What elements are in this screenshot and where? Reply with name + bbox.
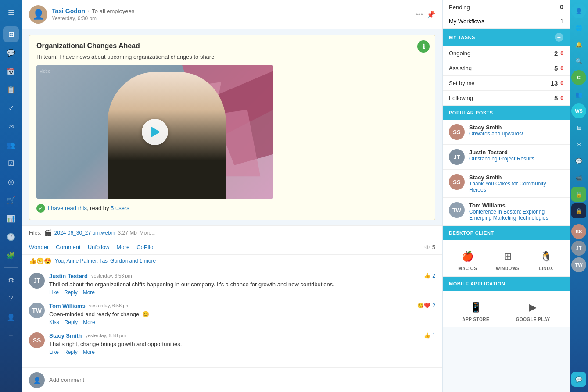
play-button[interactable] <box>142 119 168 145</box>
reaction-emoji-icon: 😘❤️ <box>417 303 430 309</box>
tasks-nav-icon[interactable]: ✓ <box>3 100 19 116</box>
comment-content: Stacy Smith yesterday, 6:58 pm 👍 1 That'… <box>49 332 435 355</box>
read-this-link[interactable]: I have read this <box>48 205 87 211</box>
like-action[interactable]: Like <box>49 289 59 296</box>
contacts-nav-icon[interactable]: 👥 <box>3 137 19 153</box>
more-action[interactable]: More <box>83 289 95 296</box>
pp-content: Tom Williams Conference in Boston: Explo… <box>469 202 563 221</box>
reply-action[interactable]: Reply <box>65 319 78 325</box>
comment-text: That's right, change brings growth and o… <box>49 341 435 347</box>
file-link[interactable]: 2024 06_30_27 pm.webm <box>54 230 115 236</box>
copilot-button[interactable]: CoPilot <box>136 244 155 250</box>
like-action[interactable]: Like <box>49 349 59 355</box>
task-assisting-row[interactable]: Assisting 5 0 <box>443 61 570 76</box>
add-nav-icon[interactable]: + <box>3 328 19 343</box>
checklist-nav-icon[interactable]: ☑ <box>3 155 19 171</box>
dark-lock-icon[interactable]: 🔒 <box>571 203 586 218</box>
setbyme-count: 13 <box>551 79 558 87</box>
task-ongoing-row[interactable]: Ongoing 2 0 <box>443 46 570 61</box>
green-lock-icon[interactable]: 🔒 <box>571 187 586 202</box>
task-following-row[interactable]: Following 5 0 <box>443 91 570 106</box>
reaction-emojis[interactable]: 👍😁😍 <box>29 257 51 264</box>
pp-title[interactable]: Conference in Boston: Exploring Emerging… <box>469 209 563 221</box>
hamburger-menu-icon[interactable]: ☰ <box>3 4 19 20</box>
help-nav-icon[interactable]: ? <box>3 291 19 306</box>
comment-item: SS Stacy Smith yesterday, 6:58 pm 👍 1 Th… <box>29 332 435 355</box>
more-action[interactable]: More <box>83 349 95 355</box>
pp-title[interactable]: Onwards and upwards! <box>469 131 563 137</box>
file-size: 3.27 Mb <box>118 230 136 236</box>
mail-nav-icon[interactable]: ✉ <box>3 118 19 134</box>
mac-os-button[interactable]: 🍎 MAC OS <box>458 249 477 271</box>
unfollow-button[interactable]: Unfollow <box>88 244 110 250</box>
more-button[interactable]: More <box>117 244 130 250</box>
popular-post-item[interactable]: SS Stacy Smith Thank You Cakes for Commu… <box>443 170 570 198</box>
far-right-bar: 👤 🌐 🔔 🔍 C 👥 WS 🖥 ✉ 💬 📹 🔒 🔒 SS JT TW 💬 <box>570 0 588 392</box>
more-action[interactable]: More <box>83 319 95 325</box>
my-tasks-header: MY TASKS + <box>443 29 570 46</box>
pp-content: Justin Testard Outstanding Project Resul… <box>469 149 563 162</box>
files-more-link[interactable]: More... <box>140 230 156 236</box>
reply-action[interactable]: Reply <box>64 289 78 296</box>
avatar2-icon[interactable]: JT <box>571 241 586 256</box>
task-setbyme-row[interactable]: Set by me 13 0 <box>443 76 570 91</box>
windows-label: WINDOWS <box>496 266 520 271</box>
more-options-icon[interactable]: ••• <box>416 11 423 19</box>
commenter-avatar: SS <box>29 332 45 348</box>
video-player[interactable]: video <box>36 65 273 199</box>
comment-button[interactable]: Comment <box>56 244 80 250</box>
author-avatar[interactable]: 👤 <box>29 5 47 24</box>
c-user-avatar[interactable]: C <box>571 70 586 85</box>
windows-button[interactable]: ⊞ WINDOWS <box>496 249 520 271</box>
info-icon[interactable]: ℹ <box>417 40 430 53</box>
kiss-action[interactable]: Kiss <box>49 319 59 325</box>
analytics-nav-icon[interactable]: 📊 <box>3 210 19 226</box>
target-nav-icon[interactable]: ◎ <box>3 174 19 189</box>
right-sidebar: Pending 0 My Workflows 1 MY TASKS + Ongo… <box>442 0 570 392</box>
puzzle-nav-icon[interactable]: 🧩 <box>3 247 19 263</box>
calendar-nav-icon[interactable]: 📅 <box>3 63 19 79</box>
comment-author[interactable]: Stacy Smith <box>49 332 82 339</box>
chat-nav-right-icon[interactable]: 💬 <box>571 153 586 168</box>
app-store-button[interactable]: 📱 APP STORE <box>462 299 489 322</box>
video-nav-icon[interactable]: 📹 <box>571 170 586 185</box>
author-name[interactable]: Tasi Godon <box>52 7 85 14</box>
admin-nav-icon[interactable]: 👤 <box>3 309 19 325</box>
time-nav-icon[interactable]: 🕐 <box>3 229 19 245</box>
comment-text: Thrilled about the organizational shifts… <box>49 281 435 288</box>
avatar1-icon[interactable]: SS <box>571 224 586 239</box>
google-play-icon: ▶ <box>525 299 541 315</box>
bookmark-icon[interactable]: 📌 <box>427 11 435 19</box>
popular-post-item[interactable]: JT Justin Testard Outstanding Project Re… <box>443 145 570 170</box>
popular-post-item[interactable]: TW Tom Williams Conference in Boston: Ex… <box>443 198 570 226</box>
comment-author[interactable]: Tom Williams <box>49 303 86 309</box>
wonder-button[interactable]: Wonder <box>29 244 49 250</box>
document-nav-icon[interactable]: 📋 <box>3 82 19 97</box>
desktop-client-icon[interactable]: 🖥 <box>571 120 586 135</box>
globe-nav-icon[interactable]: 🌐 <box>571 20 586 35</box>
settings-nav-icon[interactable]: ⚙ <box>3 272 19 288</box>
read-by-link[interactable]: 5 users <box>111 205 129 211</box>
pp-title[interactable]: Thank You Cakes for Community Heroes <box>469 181 563 193</box>
reply-action[interactable]: Reply <box>64 349 78 355</box>
add-comment-input[interactable] <box>49 377 435 383</box>
linux-button[interactable]: 🐧 LINUX <box>538 249 554 271</box>
search-nav-icon[interactable]: 🔍 <box>571 53 586 68</box>
workflow-row[interactable]: My Workflows 1 <box>443 14 570 29</box>
popular-post-item[interactable]: SS Stacy Smith Onwards and upwards! <box>443 120 570 145</box>
reactor-names-link[interactable]: You, Anne Palmer, Tasi Gordon and 1 more <box>55 258 156 264</box>
bell-nav-icon[interactable]: 🔔 <box>571 37 586 52</box>
home-nav-icon[interactable]: ⊞ <box>3 26 19 42</box>
add-task-button[interactable]: + <box>555 33 563 42</box>
pp-title[interactable]: Outstanding Project Results <box>469 156 563 162</box>
chat-nav-icon[interactable]: 💬 <box>3 45 19 61</box>
message-compose-icon[interactable]: 💬 <box>571 372 586 387</box>
cart-nav-icon[interactable]: 🛒 <box>3 192 19 208</box>
comment-author[interactable]: Justin Testard <box>49 273 88 279</box>
google-play-button[interactable]: ▶ GOOGLE PLAY <box>516 299 550 322</box>
avatar3-icon[interactable]: TW <box>571 257 586 272</box>
mail-nav-right-icon[interactable]: ✉ <box>571 137 586 152</box>
user-profile-icon[interactable]: 👤 <box>571 4 586 18</box>
ws-user-avatar[interactable]: WS <box>571 103 586 118</box>
team-icon[interactable]: 👥 <box>571 87 586 102</box>
